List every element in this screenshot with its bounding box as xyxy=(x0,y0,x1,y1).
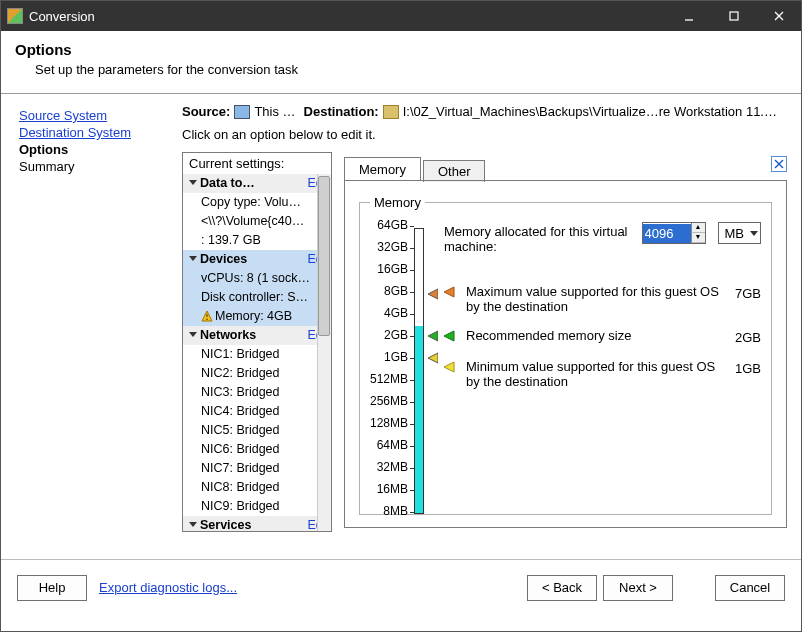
step-destination-system[interactable]: Destination System xyxy=(19,125,167,140)
tree-item-[interactable]: NIC9: Bridged xyxy=(183,497,331,516)
export-logs-link[interactable]: Export diagnostic logs... xyxy=(99,580,237,595)
tree-section-[interactable]: NetworksEdit xyxy=(183,326,331,345)
tick-label: 1GB xyxy=(384,350,408,364)
tick-label: 512MB xyxy=(370,372,408,386)
memory-spinbox[interactable]: ▲ ▼ xyxy=(642,222,706,244)
alloc-label: Memory allocated for this virtual machin… xyxy=(444,222,634,254)
tick-label: 16MB xyxy=(377,482,408,496)
wizard-steps: Source SystemDestination SystemOptionsSu… xyxy=(1,94,171,559)
tree-item-[interactable]: NIC6: Bridged xyxy=(183,440,331,459)
tree-item-[interactable]: NIC5: Bridged xyxy=(183,421,331,440)
dest-label: Destination: xyxy=(304,104,379,119)
tree-item-[interactable]: NIC8: Bridged xyxy=(183,478,331,497)
marker-max-icon xyxy=(444,284,458,301)
tree-header: Current settings: xyxy=(183,153,331,174)
window-title: Conversion xyxy=(29,9,666,24)
marker-max-value: 7GB xyxy=(735,284,761,301)
help-button[interactable]: Help xyxy=(17,575,87,601)
tick-label: 16GB xyxy=(377,262,408,276)
settings-tree: Current settings: Data to…EditCopy type:… xyxy=(182,152,332,532)
folder-icon xyxy=(383,105,399,119)
titlebar: Conversion xyxy=(1,1,801,31)
memory-legend: Memory xyxy=(370,195,425,210)
spin-down[interactable]: ▼ xyxy=(691,233,705,243)
spin-up[interactable]: ▲ xyxy=(691,223,705,233)
tree-scrollthumb[interactable] xyxy=(318,176,330,336)
tree-section-[interactable]: DevicesEdit xyxy=(183,250,331,269)
close-button[interactable] xyxy=(756,1,801,31)
tab-other[interactable]: Other xyxy=(423,160,486,182)
tick-label: 32GB xyxy=(377,240,408,254)
dest-value: I:\0Z_Virtual_Machines\Backups\Virtualiz… xyxy=(403,104,783,119)
tree-section-[interactable]: ServicesEdit xyxy=(183,516,331,531)
back-button[interactable]: < Back xyxy=(527,575,597,601)
tree-item-[interactable]: NIC1: Bridged xyxy=(183,345,331,364)
marker-rec-icon xyxy=(444,328,458,345)
tick-label: 64GB xyxy=(377,218,408,232)
marker-min xyxy=(426,352,438,364)
unit-value: MB xyxy=(725,226,745,241)
tree-item-[interactable]: NIC3: Bridged xyxy=(183,383,331,402)
tick-label: 64MB xyxy=(377,438,408,452)
computer-icon xyxy=(234,105,250,119)
svg-marker-12 xyxy=(444,287,454,297)
source-value: This … xyxy=(254,104,295,119)
page-title: Options xyxy=(15,41,787,58)
minimize-button[interactable] xyxy=(666,1,711,31)
page-subtitle: Set up the parameters for the conversion… xyxy=(15,62,787,77)
marker-max-label: Maximum value supported for this guest O… xyxy=(466,284,727,314)
twisty-icon xyxy=(189,180,197,185)
tree-item-[interactable]: NIC7: Bridged xyxy=(183,459,331,478)
tick-label: 2GB xyxy=(384,328,408,342)
tree-scrollbar[interactable] xyxy=(317,174,331,531)
step-summary: Summary xyxy=(19,159,167,174)
tree-section-[interactable]: Data to…Edit xyxy=(183,174,331,193)
memory-fieldset: Memory 64GB32GB16GB8GB4GB2GB1GB512MB256M… xyxy=(359,195,772,515)
cancel-button[interactable]: Cancel xyxy=(715,575,785,601)
marker-min-icon xyxy=(444,359,458,376)
source-dest-row: Source: This … Destination: I:\0Z_Virtua… xyxy=(182,104,787,119)
tree-item-[interactable]: NIC4: Bridged xyxy=(183,402,331,421)
unit-select[interactable]: MB xyxy=(718,222,762,244)
tree-item-[interactable]: Memory: 4GB xyxy=(183,307,331,326)
marker-min-value: 1GB xyxy=(735,359,761,376)
memory-input[interactable] xyxy=(643,224,691,243)
tree-item-[interactable]: : 139.7 GB xyxy=(183,231,331,250)
warning-icon xyxy=(201,310,213,322)
page-header: Options Set up the parameters for the co… xyxy=(1,31,801,94)
maximize-button[interactable] xyxy=(711,1,756,31)
tick-label: 8GB xyxy=(384,284,408,298)
tick-label: 128MB xyxy=(370,416,408,430)
step-options: Options xyxy=(19,142,167,157)
tree-item-[interactable]: NIC2: Bridged xyxy=(183,364,331,383)
memory-bar-fill xyxy=(415,326,423,513)
chevron-down-icon xyxy=(750,231,758,236)
marker-rec xyxy=(426,330,438,342)
svg-marker-13 xyxy=(444,331,454,341)
svg-marker-11 xyxy=(428,353,438,363)
tree-item-[interactable]: <\\?\Volume{c40… xyxy=(183,212,331,231)
app-icon xyxy=(7,8,23,24)
tree-item-[interactable]: Copy type: Volu… xyxy=(183,193,331,212)
step-source-system[interactable]: Source System xyxy=(19,108,167,123)
svg-marker-10 xyxy=(428,331,438,341)
panel-close-icon[interactable] xyxy=(771,156,787,172)
twisty-icon xyxy=(189,332,197,337)
tick-label: 4GB xyxy=(384,306,408,320)
tree-item-[interactable]: vCPUs: 8 (1 sock… xyxy=(183,269,331,288)
tree-item-[interactable]: Disk controller: S… xyxy=(183,288,331,307)
marker-rec-label: Recommended memory size xyxy=(466,328,727,343)
twisty-icon xyxy=(189,256,197,261)
footer: Help Export diagnostic logs... < Back Ne… xyxy=(1,559,801,615)
memory-scale[interactable]: 64GB32GB16GB8GB4GB2GB1GB512MB256MB128MB6… xyxy=(370,222,430,522)
svg-marker-14 xyxy=(444,362,454,372)
marker-min-label: Minimum value supported for this guest O… xyxy=(466,359,727,389)
svg-marker-9 xyxy=(428,289,438,299)
tick-label: 32MB xyxy=(377,460,408,474)
source-label: Source: xyxy=(182,104,230,119)
tab-memory[interactable]: Memory xyxy=(344,157,421,181)
svg-rect-1 xyxy=(730,12,738,20)
tick-label: 8MB xyxy=(383,504,408,518)
next-button[interactable]: Next > xyxy=(603,575,673,601)
instruction-text: Click on an option below to edit it. xyxy=(182,127,787,142)
